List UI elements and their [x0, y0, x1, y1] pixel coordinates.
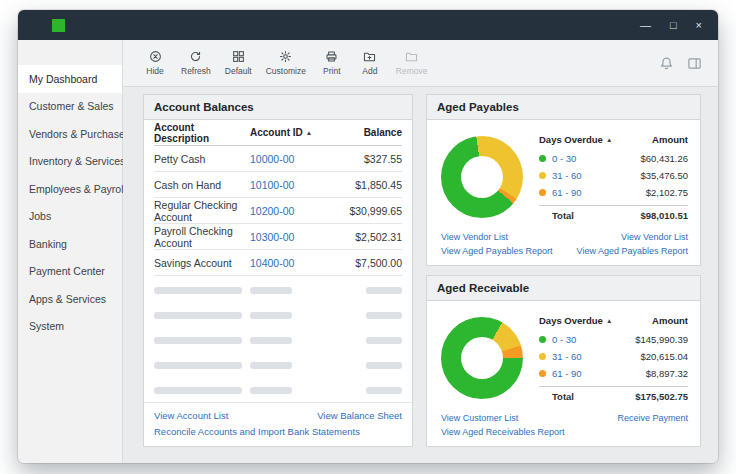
days-overdue-label: Days Overdue	[539, 315, 603, 326]
skeleton-row	[154, 376, 402, 401]
sidebar-item-system[interactable]: System	[18, 313, 122, 341]
customize-label: Customize	[266, 66, 306, 76]
remove-button[interactable]: Remove	[396, 50, 428, 76]
total-amount: $98,010.51	[640, 210, 688, 221]
refresh-icon	[189, 50, 202, 63]
account-id-link[interactable]: 10000-00	[250, 153, 294, 165]
folder-add-icon	[363, 50, 376, 63]
sidebar-item-customer-sales[interactable]: Customer & Sales	[18, 93, 122, 121]
legend-total-row: Total $98,010.51	[539, 205, 688, 221]
folder-remove-icon	[405, 50, 418, 63]
receive-payment-link[interactable]: Receive Payment	[617, 413, 688, 423]
table-row: Payroll Checking Account 10300-00 $2,502…	[154, 224, 402, 250]
legend-total-row: Total $175,502.75	[539, 386, 688, 402]
account-balance: $2,502.31	[324, 231, 402, 243]
remove-label: Remove	[396, 66, 428, 76]
column-header-account-id[interactable]: Account ID▲	[250, 127, 324, 138]
series-color-dot	[539, 189, 546, 196]
legend-header-days-overdue[interactable]: Days Overdue▲	[539, 134, 612, 145]
view-balance-sheet-link[interactable]: View Balance Sheet	[317, 410, 402, 421]
account-id-link[interactable]: 10200-00	[250, 205, 294, 217]
default-button[interactable]: Default	[225, 50, 252, 76]
days-range-link[interactable]: 61 - 90	[552, 187, 582, 198]
aged-payables-links: View Vendor List View Aged Payables Repo…	[427, 230, 700, 265]
aged-receivable-legend: Days Overdue▲ Amount 0 - 30 $145,990.39	[539, 315, 688, 402]
refresh-button[interactable]: Refresh	[181, 50, 211, 76]
legend-row: 61 - 90 $8,897.32	[539, 365, 688, 382]
legend-header-days-overdue[interactable]: Days Overdue▲	[539, 315, 612, 326]
view-aged-payables-report-link[interactable]: View Aged Payables Report	[441, 246, 552, 256]
account-description: Payroll Checking Account	[154, 225, 250, 249]
hide-label: Hide	[146, 66, 163, 76]
legend-row: 31 - 60 $35,476.50	[539, 167, 688, 184]
account-description: Regular Checking Account	[154, 199, 250, 223]
sidebar-item-apps-services[interactable]: Apps & Services	[18, 285, 122, 313]
days-range-link[interactable]: 31 - 60	[552, 351, 582, 362]
bell-icon[interactable]	[659, 56, 674, 71]
minimize-button[interactable]: —	[640, 20, 651, 31]
aged-receivable-links: View Customer List View Aged Receivables…	[427, 411, 700, 446]
view-aged-receivables-report-link[interactable]: View Aged Receivables Report	[441, 427, 564, 437]
customize-button[interactable]: Customize	[266, 50, 306, 76]
view-vendor-list-link[interactable]: View Vendor List	[441, 232, 552, 242]
print-button[interactable]: Print	[320, 50, 344, 76]
account-balance: $327.55	[324, 153, 402, 165]
hide-icon	[149, 50, 162, 63]
app-logo	[52, 19, 65, 32]
view-account-list-link[interactable]: View Account List	[154, 410, 228, 421]
account-id-header-label: Account ID	[250, 127, 303, 138]
series-color-dot	[539, 353, 546, 360]
maximize-button[interactable]: □	[670, 20, 677, 31]
days-overdue-label: Days Overdue	[539, 134, 603, 145]
total-amount: $175,502.75	[635, 391, 688, 402]
sidebar-item-jobs[interactable]: Jobs	[18, 203, 122, 231]
sort-asc-icon: ▲	[606, 317, 612, 324]
toolbar: Hide Refresh Default Customize Print	[123, 40, 718, 87]
days-range-link[interactable]: 0 - 30	[552, 153, 576, 164]
view-vendor-list-link[interactable]: View Vendor List	[621, 232, 688, 242]
gear-icon	[279, 50, 292, 63]
app-window: — □ × My Dashboard Customer & Sales Vend…	[18, 10, 718, 463]
sidebar-item-employees-payroll[interactable]: Employees & Payroll	[18, 175, 122, 203]
skeleton-row	[154, 326, 402, 351]
column-header-description[interactable]: Account Description	[154, 122, 250, 144]
sidebar-item-vendors-purchases[interactable]: Vendors & Purchases	[18, 120, 122, 148]
legend-header-amount[interactable]: Amount	[652, 134, 688, 145]
view-aged-payables-report-link[interactable]: View Aged Payables Report	[577, 246, 688, 256]
skeleton-row	[154, 301, 402, 326]
days-range-link[interactable]: 0 - 30	[552, 334, 576, 345]
refresh-label: Refresh	[181, 66, 211, 76]
sidebar-item-inventory-services[interactable]: Inventory & Services	[18, 148, 122, 176]
account-balance: $1,850.45	[324, 179, 402, 191]
table-header-row: Account Description Account ID▲ Balance	[154, 120, 402, 146]
view-customer-list-link[interactable]: View Customer List	[441, 413, 564, 423]
days-range-link[interactable]: 61 - 90	[552, 368, 582, 379]
days-range-link[interactable]: 31 - 60	[552, 170, 582, 181]
sidebar-item-payment-center[interactable]: Payment Center	[18, 258, 122, 286]
amount-value: $20,615.04	[640, 351, 688, 362]
account-balance: $30,999.65	[324, 205, 402, 217]
legend-header-amount[interactable]: Amount	[652, 315, 688, 326]
series-color-dot	[539, 370, 546, 377]
reconcile-accounts-link[interactable]: Reconcile Accounts and Import Bank State…	[154, 426, 360, 437]
account-id-link[interactable]: 10300-00	[250, 231, 294, 243]
column-header-balance[interactable]: Balance	[324, 127, 402, 138]
default-layout-icon	[232, 50, 245, 63]
sort-asc-icon: ▲	[606, 136, 612, 143]
sidebar-item-banking[interactable]: Banking	[18, 230, 122, 258]
account-id-link[interactable]: 10100-00	[250, 179, 294, 191]
hide-button[interactable]: Hide	[143, 50, 167, 76]
series-color-dot	[539, 336, 546, 343]
add-button[interactable]: Add	[358, 50, 382, 76]
aged-receivable-title: Aged Receivable	[427, 276, 700, 301]
close-button[interactable]: ×	[696, 20, 702, 31]
total-label: Total	[552, 391, 574, 402]
sidebar: My Dashboard Customer & Sales Vendors & …	[18, 40, 123, 463]
sidebar-item-my-dashboard[interactable]: My Dashboard	[18, 65, 122, 93]
account-balances-footer: View Account List View Balance Sheet Rec…	[144, 402, 412, 446]
account-id-link[interactable]: 10400-00	[250, 257, 294, 269]
dashboard-content: Account Balances Account Description Acc…	[123, 87, 718, 463]
add-label: Add	[362, 66, 377, 76]
side-panel-icon[interactable]	[687, 56, 702, 71]
aged-payables-title: Aged Payables	[427, 95, 700, 120]
